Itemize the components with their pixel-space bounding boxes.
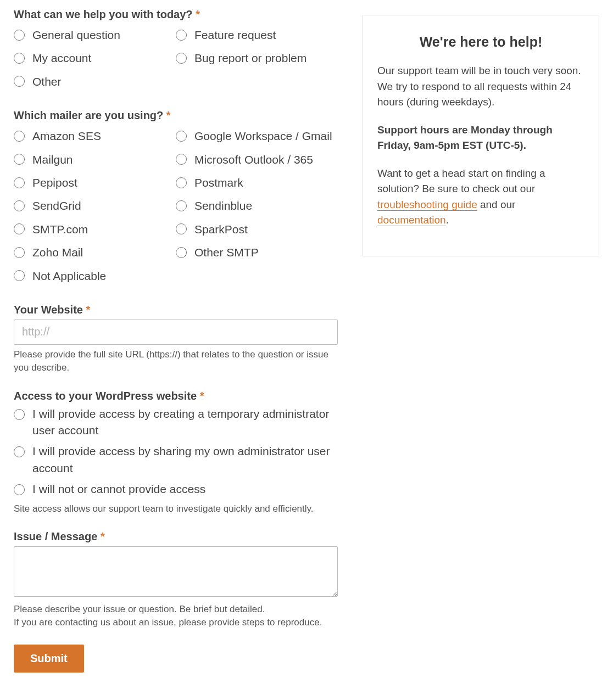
radio-option-pepipost: Pepipost bbox=[14, 175, 176, 191]
radio-label[interactable]: SMTP.com bbox=[32, 221, 88, 237]
radio-label[interactable]: Other bbox=[32, 74, 62, 89]
radio-option-sendgrid: SendGrid bbox=[14, 198, 176, 214]
radio-label[interactable]: Google Workspace / Gmail bbox=[194, 128, 332, 144]
radio-option-amazon-ses: Amazon SES bbox=[14, 128, 176, 144]
radio-sendinblue[interactable] bbox=[176, 200, 187, 211]
radio-option-access-temp-admin: I will provide access by creating a temp… bbox=[14, 406, 338, 439]
info-box-title: We're here to help! bbox=[377, 34, 584, 50]
radio-bug-report[interactable] bbox=[176, 53, 187, 64]
radio-feature-request[interactable] bbox=[176, 30, 187, 41]
required-mark: * bbox=[86, 304, 91, 316]
radio-label[interactable]: Postmark bbox=[194, 175, 243, 191]
radio-label[interactable]: Bug report or problem bbox=[194, 50, 306, 66]
radio-option-sendinblue: Sendinblue bbox=[176, 198, 338, 214]
label-help-topic: What can we help you with today? * bbox=[14, 8, 338, 21]
radio-label[interactable]: Pepipost bbox=[32, 175, 77, 191]
website-input[interactable] bbox=[14, 320, 338, 345]
access-help-text: Site access allows our support team to i… bbox=[14, 502, 338, 516]
info-box-paragraph-2: Support hours are Monday through Friday,… bbox=[377, 122, 584, 154]
label-mailer: Which mailer are you using? * bbox=[14, 109, 338, 122]
link-troubleshooting-guide[interactable]: troubleshooting guide bbox=[377, 199, 477, 211]
field-mailer: Which mailer are you using? * Amazon SES… bbox=[14, 109, 338, 288]
radio-label[interactable]: General question bbox=[32, 27, 120, 43]
radio-smtp-com[interactable] bbox=[14, 223, 25, 234]
radio-option-other-smtp: Other SMTP bbox=[176, 244, 338, 260]
radio-option-not-applicable: Not Applicable bbox=[14, 268, 176, 284]
info-box-paragraph-1: Our support team will be in touch very s… bbox=[377, 63, 584, 110]
field-help-topic: What can we help you with today? * Gener… bbox=[14, 8, 338, 94]
radio-option-google-workspace: Google Workspace / Gmail bbox=[176, 128, 338, 144]
radio-label[interactable]: SendGrid bbox=[32, 198, 81, 214]
radio-option-mailgun: Mailgun bbox=[14, 152, 176, 167]
radio-option-sparkpost: SparkPost bbox=[176, 221, 338, 237]
radio-access-temp-admin[interactable] bbox=[14, 409, 25, 420]
label-issue: Issue / Message * bbox=[14, 530, 338, 543]
radio-label[interactable]: I will not or cannot provide access bbox=[32, 481, 205, 497]
issue-help-text: Please describe your issue or question. … bbox=[14, 603, 338, 629]
required-mark: * bbox=[101, 530, 105, 542]
info-box: We're here to help! Our support team wil… bbox=[363, 15, 599, 256]
issue-textarea[interactable] bbox=[14, 546, 338, 597]
radio-google-workspace[interactable] bbox=[176, 131, 187, 142]
radio-label[interactable]: I will provide access by creating a temp… bbox=[32, 406, 338, 439]
radio-option-access-none: I will not or cannot provide access bbox=[14, 481, 338, 497]
radio-general-question[interactable] bbox=[14, 30, 25, 41]
radio-label[interactable]: I will provide access by sharing my own … bbox=[32, 443, 338, 477]
radio-sendgrid[interactable] bbox=[14, 200, 25, 211]
radio-option-microsoft-outlook: Microsoft Outlook / 365 bbox=[176, 152, 338, 167]
radio-option-smtp-com: SMTP.com bbox=[14, 221, 176, 237]
radio-option-other: Other bbox=[14, 74, 176, 89]
info-box-paragraph-3: Want to get a head start on finding a so… bbox=[377, 166, 584, 228]
radio-label[interactable]: Amazon SES bbox=[32, 128, 101, 144]
radio-my-account[interactable] bbox=[14, 53, 25, 64]
link-documentation[interactable]: documentation bbox=[377, 214, 446, 226]
radio-zoho-mail[interactable] bbox=[14, 247, 25, 258]
radio-microsoft-outlook[interactable] bbox=[176, 154, 187, 165]
radio-other[interactable] bbox=[14, 76, 25, 87]
radio-mailgun[interactable] bbox=[14, 154, 25, 165]
radio-pepipost[interactable] bbox=[14, 177, 25, 188]
radio-not-applicable[interactable] bbox=[14, 270, 25, 281]
radio-option-zoho-mail: Zoho Mail bbox=[14, 244, 176, 260]
radio-option-my-account: My account bbox=[14, 50, 176, 66]
field-website: Your Website * Please provide the full s… bbox=[14, 304, 338, 374]
radio-option-bug-report: Bug report or problem bbox=[176, 50, 338, 66]
label-access: Access to your WordPress website * bbox=[14, 390, 338, 402]
radio-label[interactable]: Microsoft Outlook / 365 bbox=[194, 152, 313, 167]
radio-option-feature-request: Feature request bbox=[176, 27, 338, 43]
radio-label[interactable]: My account bbox=[32, 50, 91, 66]
required-mark: * bbox=[200, 390, 204, 402]
radio-sparkpost[interactable] bbox=[176, 223, 187, 234]
field-access: Access to your WordPress website * I wil… bbox=[14, 390, 338, 516]
radio-other-smtp[interactable] bbox=[176, 247, 187, 258]
radio-access-own-admin[interactable] bbox=[14, 446, 25, 457]
required-mark: * bbox=[196, 8, 200, 20]
radio-label[interactable]: Not Applicable bbox=[32, 268, 106, 284]
radio-label[interactable]: SparkPost bbox=[194, 221, 248, 237]
submit-button[interactable]: Submit bbox=[14, 645, 84, 673]
label-website: Your Website * bbox=[14, 304, 338, 316]
required-mark: * bbox=[166, 109, 171, 121]
radio-label[interactable]: Sendinblue bbox=[194, 198, 252, 214]
radio-label[interactable]: Other SMTP bbox=[194, 244, 259, 260]
radio-label[interactable]: Zoho Mail bbox=[32, 244, 83, 260]
radio-amazon-ses[interactable] bbox=[14, 131, 25, 142]
field-issue: Issue / Message * Please describe your i… bbox=[14, 530, 338, 629]
radio-access-none[interactable] bbox=[14, 484, 25, 495]
radio-option-general-question: General question bbox=[14, 27, 176, 43]
radio-option-postmark: Postmark bbox=[176, 175, 338, 191]
radio-postmark[interactable] bbox=[176, 177, 187, 188]
radio-label[interactable]: Mailgun bbox=[32, 152, 73, 167]
website-help-text: Please provide the full site URL (https:… bbox=[14, 348, 338, 374]
radio-label[interactable]: Feature request bbox=[194, 27, 276, 43]
radio-option-access-own-admin: I will provide access by sharing my own … bbox=[14, 443, 338, 477]
